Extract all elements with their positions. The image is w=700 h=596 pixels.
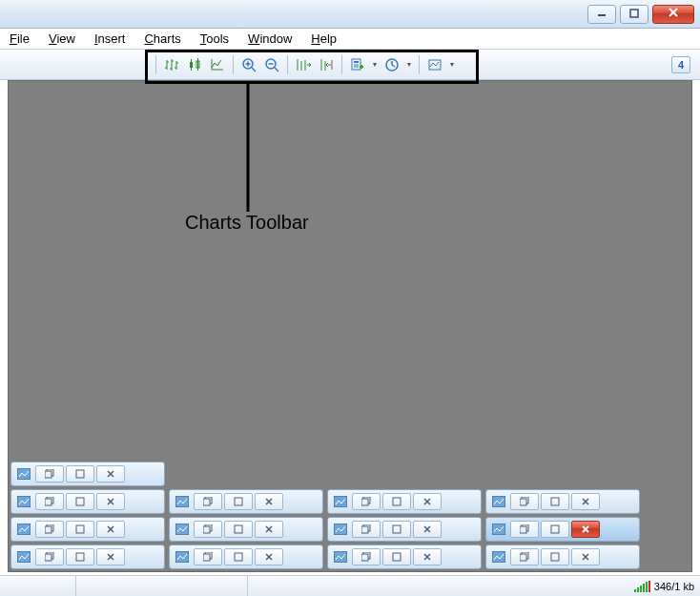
- maximize-button[interactable]: [620, 5, 649, 24]
- svg-rect-46: [76, 525, 84, 533]
- mini-maximize-button[interactable]: [541, 493, 569, 510]
- svg-rect-42: [551, 498, 559, 505]
- menubar: File View Insert Charts Tools Window Hel…: [0, 29, 700, 50]
- mini-maximize-button[interactable]: [66, 465, 94, 483]
- chart-window-icon: [173, 521, 192, 538]
- mini-maximize-button[interactable]: [224, 493, 253, 510]
- minimized-chart-window[interactable]: [10, 517, 165, 542]
- chart-window-icon: [14, 548, 33, 565]
- templates-icon: [427, 57, 443, 72]
- minimized-chart-window[interactable]: [10, 545, 165, 569]
- templates-dropdown[interactable]: ▼: [447, 54, 457, 75]
- mini-close-button[interactable]: [571, 521, 600, 538]
- mini-close-button[interactable]: [96, 465, 125, 483]
- menu-window[interactable]: Window: [248, 31, 292, 46]
- mini-restore-button[interactable]: [194, 493, 222, 510]
- auto-scroll-button[interactable]: [293, 54, 314, 75]
- chart-window-icon: [489, 493, 508, 510]
- mini-maximize-button[interactable]: [66, 493, 94, 510]
- menu-file[interactable]: File: [10, 31, 30, 46]
- minimized-chart-window[interactable]: [485, 545, 640, 569]
- minimized-windows: [10, 459, 640, 569]
- svg-rect-55: [492, 524, 505, 535]
- candlestick-button[interactable]: [184, 54, 205, 75]
- minimized-chart-window[interactable]: [485, 489, 640, 514]
- mini-maximize-button[interactable]: [382, 493, 411, 510]
- bar-chart-button[interactable]: [161, 54, 182, 75]
- indicators-button[interactable]: [347, 54, 368, 75]
- svg-rect-53: [361, 526, 368, 533]
- mini-maximize-button[interactable]: [541, 521, 569, 538]
- mini-restore-button[interactable]: [194, 521, 222, 538]
- connection-status[interactable]: 346/1 kb: [628, 576, 700, 596]
- svg-rect-25: [45, 471, 51, 478]
- indicators-dropdown[interactable]: ▼: [370, 54, 380, 75]
- zoom-out-button[interactable]: [261, 54, 282, 75]
- mini-close-button[interactable]: [255, 493, 283, 510]
- chart-window-icon: [173, 548, 192, 565]
- minimized-chart-window[interactable]: [10, 489, 165, 514]
- zoom-in-button[interactable]: [238, 54, 259, 75]
- mini-close-button[interactable]: [96, 521, 125, 538]
- periods-dropdown[interactable]: ▼: [404, 54, 414, 75]
- mini-close-button[interactable]: [255, 548, 283, 565]
- mini-close-button[interactable]: [413, 493, 442, 510]
- templates-button[interactable]: [424, 54, 445, 75]
- minimized-chart-window[interactable]: [327, 545, 482, 569]
- status-cell: [76, 576, 248, 596]
- menu-tools[interactable]: Tools: [200, 31, 229, 46]
- mini-maximize-button[interactable]: [66, 548, 94, 565]
- mini-close-button[interactable]: [413, 548, 442, 565]
- minimized-chart-window-active[interactable]: [485, 517, 640, 542]
- minimized-chart-window[interactable]: [169, 489, 323, 514]
- mini-maximize-button[interactable]: [224, 521, 253, 538]
- minimize-button[interactable]: [587, 5, 616, 24]
- periods-button[interactable]: [381, 54, 402, 75]
- window-controls: [587, 5, 694, 24]
- mini-restore-button[interactable]: [352, 493, 381, 510]
- mini-restore-button[interactable]: [352, 521, 381, 538]
- mini-restore-button[interactable]: [35, 493, 64, 510]
- svg-rect-51: [334, 524, 347, 535]
- mini-restore-button[interactable]: [510, 521, 539, 538]
- mini-close-button[interactable]: [571, 493, 600, 510]
- minimized-chart-window[interactable]: [327, 489, 482, 514]
- mini-restore-button[interactable]: [35, 548, 64, 565]
- menu-help[interactable]: Help: [311, 31, 337, 46]
- mini-close-button[interactable]: [96, 493, 125, 510]
- minimized-chart-window[interactable]: [10, 462, 165, 486]
- svg-rect-66: [235, 553, 242, 561]
- mini-close-button[interactable]: [255, 521, 283, 538]
- chart-window-icon: [489, 521, 508, 538]
- close-button[interactable]: [652, 5, 694, 24]
- mini-maximize-button[interactable]: [382, 521, 411, 538]
- menu-view[interactable]: View: [49, 31, 75, 46]
- svg-rect-59: [17, 551, 31, 563]
- mini-maximize-button[interactable]: [541, 548, 569, 565]
- mini-restore-button[interactable]: [194, 548, 222, 565]
- menu-insert[interactable]: Insert: [94, 31, 126, 46]
- notifications-badge[interactable]: 4: [671, 56, 690, 73]
- svg-rect-33: [203, 499, 210, 505]
- mini-restore-button[interactable]: [510, 493, 539, 510]
- svg-rect-43: [17, 524, 31, 535]
- chart-shift-button[interactable]: [316, 54, 337, 75]
- mini-close-button[interactable]: [96, 548, 125, 565]
- minimized-chart-window[interactable]: [169, 545, 323, 569]
- mini-restore-button[interactable]: [35, 521, 64, 538]
- mini-restore-button[interactable]: [510, 548, 539, 565]
- minimized-chart-window[interactable]: [169, 517, 323, 542]
- titlebar: [0, 0, 700, 29]
- mini-maximize-button[interactable]: [66, 521, 94, 538]
- mini-maximize-button[interactable]: [382, 548, 411, 565]
- chart-window-icon: [14, 493, 33, 510]
- minimized-chart-window[interactable]: [327, 517, 482, 542]
- menu-charts[interactable]: Charts: [144, 31, 180, 46]
- mini-close-button[interactable]: [571, 548, 600, 565]
- svg-rect-74: [551, 553, 559, 561]
- mini-close-button[interactable]: [413, 521, 442, 538]
- line-chart-button[interactable]: [207, 54, 228, 75]
- mini-maximize-button[interactable]: [224, 548, 253, 565]
- mini-restore-button[interactable]: [35, 465, 64, 483]
- mini-restore-button[interactable]: [352, 548, 381, 565]
